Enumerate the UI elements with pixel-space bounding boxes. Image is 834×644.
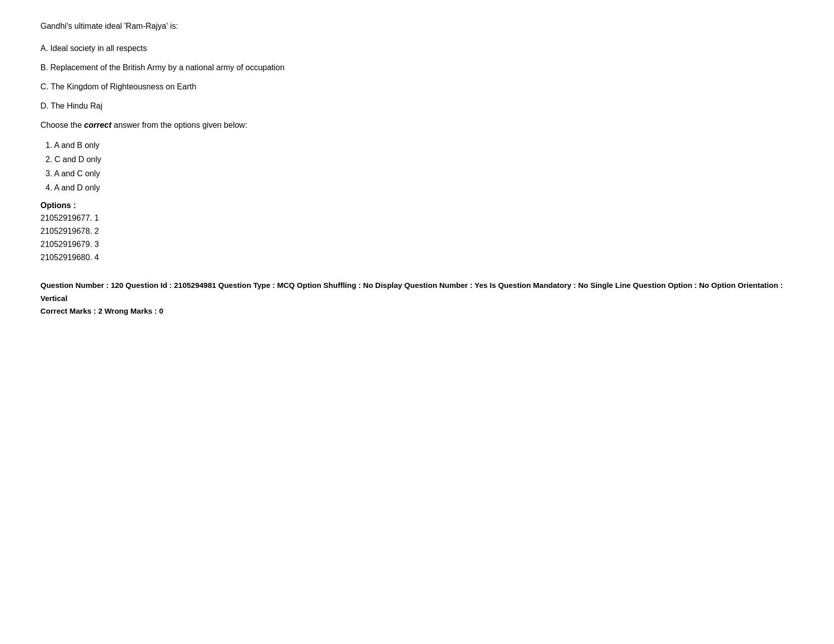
correct-marks: Correct Marks : 2 Wrong Marks : 0 — [40, 305, 794, 318]
option-id-3: 21052919679. 3 — [40, 238, 794, 251]
question-container: Gandhi's ultimate ideal 'Ram-Rajya' is: … — [40, 20, 794, 318]
choose-suffix: answer from the options given below: — [112, 121, 248, 129]
numbered-option-1: 1. A and B only — [45, 139, 794, 152]
numbered-option-3: 3. A and C only — [45, 168, 794, 180]
choose-bold: correct — [84, 121, 111, 129]
option-a: A. Ideal society in all respects — [40, 42, 794, 55]
options-label: Options : — [40, 201, 794, 210]
option-d: D. The Hindu Raj — [40, 100, 794, 112]
meta-line1: Question Number : 120 Question Id : 2105… — [40, 279, 794, 305]
question-metadata: Question Number : 120 Question Id : 2105… — [40, 279, 794, 318]
option-b: B. Replacement of the British Army by a … — [40, 62, 794, 74]
option-id-4: 21052919680. 4 — [40, 252, 794, 264]
numbered-option-4: 4. A and D only — [45, 182, 794, 194]
numbered-option-2: 2. C and D only — [45, 154, 794, 166]
numbered-options-list: 1. A and B only 2. C and D only 3. A and… — [45, 139, 794, 194]
option-id-1: 21052919677. 1 — [40, 212, 794, 224]
option-c: C. The Kingdom of Righteousness on Earth — [40, 81, 794, 93]
option-id-2: 21052919678. 2 — [40, 225, 794, 237]
choose-instruction: Choose the correct answer from the optio… — [40, 119, 794, 131]
question-text: Gandhi's ultimate ideal 'Ram-Rajya' is: — [40, 20, 794, 32]
choose-prefix: Choose the — [40, 121, 84, 129]
